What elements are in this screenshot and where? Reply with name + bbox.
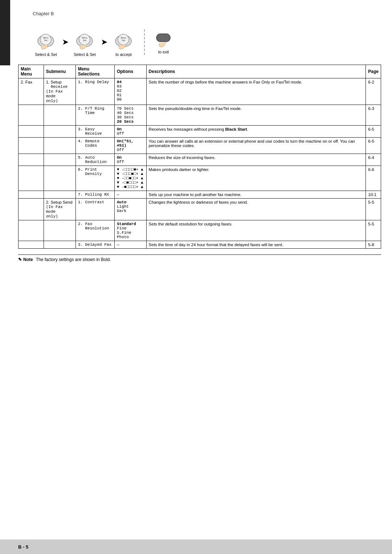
cell-page: 5-8 xyxy=(366,241,381,249)
col-header-page: Page xyxy=(366,65,381,78)
cell-submenu: 2. Setup Send(In Fax modeonly) xyxy=(44,199,75,220)
cell-options: ▼ -□□□□■+ ▲▼ -□□□■□+ ▲▼ -□□■□□+ ▲▼ -□■□□… xyxy=(114,166,146,191)
note-section: ✎ Note The factory settings are shown in… xyxy=(18,254,381,262)
cell-main-menu xyxy=(19,154,44,166)
cell-description: Makes printouts darker or lighter. xyxy=(146,166,366,191)
table-row: 2. Fax ResolutionStandardFineS.FinePhoto… xyxy=(19,220,381,241)
table-row: 4. Remote CodesOn(*51, #51)OffYou can an… xyxy=(19,138,381,154)
cell-description: You can answer all calls at an extension… xyxy=(146,138,366,154)
cell-main-menu xyxy=(19,138,44,154)
cell-main-menu xyxy=(19,191,44,199)
chapter-heading: Chapter B xyxy=(33,11,381,16)
table-row: 3. Delayed Fax—Sets the time of day in 2… xyxy=(19,241,381,249)
cell-options: — xyxy=(114,191,146,199)
cell-menu-selection: 2. Fax Resolution xyxy=(75,220,114,241)
cell-description: Sets the time of day in 24 hour format t… xyxy=(146,241,366,249)
cell-options: 0403020100 xyxy=(114,78,146,105)
table-row: 5. Auto ReductionOnOffReduces the size o… xyxy=(19,154,381,166)
note-label: Note xyxy=(23,257,33,262)
cell-page: 6-5 xyxy=(366,138,381,154)
footer: B - 5 xyxy=(0,539,392,554)
menu-set-button-icon-2: Menu Set xyxy=(73,27,97,51)
cell-options: OnOff xyxy=(114,126,146,138)
table-row: 7. Polling RX—Sets up your machine to po… xyxy=(19,191,381,199)
nav-step-1: Menu Set Select & Set xyxy=(34,27,58,57)
cell-main-menu xyxy=(19,199,44,220)
left-tab xyxy=(0,0,10,65)
svg-rect-12 xyxy=(156,34,170,42)
cell-options: — xyxy=(114,241,146,249)
cell-menu-selection: 6. Print Density xyxy=(75,166,114,191)
cell-menu-selection: 7. Polling RX xyxy=(75,191,114,199)
menu-table: Main Menu Submenu Menu Selections Option… xyxy=(18,65,381,249)
note-text: The factory settings are shown in Bold. xyxy=(36,257,111,262)
cell-main-menu xyxy=(19,220,44,241)
cell-submenu xyxy=(44,126,75,138)
svg-text:Set: Set xyxy=(83,39,86,41)
nav-step-2: Menu Set Select & Set xyxy=(73,27,97,57)
svg-text:Menu: Menu xyxy=(121,37,126,39)
cell-menu-selection: 2. F/T Ring Time xyxy=(75,105,114,126)
cell-menu-selection: 3. Easy Receive xyxy=(75,126,114,138)
cell-page: 5-5 xyxy=(366,199,381,220)
col-header-descriptions: Descriptions xyxy=(146,65,366,78)
cell-menu-selection: 5. Auto Reduction xyxy=(75,154,114,166)
menu-set-button-icon-1: Menu Set xyxy=(34,27,58,51)
cell-page: 6-2 xyxy=(366,78,381,105)
svg-text:Set: Set xyxy=(122,39,125,41)
nav-step-4: to exit xyxy=(154,30,173,54)
cell-page: 5-5 xyxy=(366,220,381,241)
cell-submenu xyxy=(44,105,75,126)
cell-main-menu xyxy=(19,166,44,191)
nav-label-4: to exit xyxy=(158,50,169,54)
note-pencil-icon: ✎ xyxy=(18,257,22,262)
table-row: 2. F/T Ring Time70 Secs40 Secs30 Secs20 … xyxy=(19,105,381,126)
cell-page: 6-6 xyxy=(366,166,381,191)
exit-button-icon xyxy=(154,30,173,48)
cell-main-menu xyxy=(19,241,44,249)
menu-set-button-icon-3: Menu Set xyxy=(112,27,135,51)
nav-step-3: Menu Set to accept xyxy=(112,27,135,57)
page-number: B - 5 xyxy=(18,544,28,550)
cell-menu-selection: 1. Contrast xyxy=(75,199,114,220)
note-body: The factory settings are shown in Bold. xyxy=(36,257,111,262)
cell-options: On(*51, #51)Off xyxy=(114,138,146,154)
arrow-2: ➤ xyxy=(101,37,107,47)
cell-main-menu xyxy=(19,126,44,138)
cell-options: StandardFineS.FinePhoto xyxy=(114,220,146,241)
cell-description: Changes the lightness or darkness of fax… xyxy=(146,199,366,220)
cell-submenu xyxy=(44,154,75,166)
col-header-submenu: Submenu xyxy=(44,65,75,78)
cell-description: Receives fax messages without pressing B… xyxy=(146,126,366,138)
cell-description: Reduces the size of incoming faxes. xyxy=(146,154,366,166)
cell-description: Sets the pseudo/double-ring time in Fax/… xyxy=(146,105,366,126)
cell-page: 10-1 xyxy=(366,191,381,199)
cell-main-menu xyxy=(19,105,44,126)
note-icon: ✎ Note xyxy=(18,257,33,262)
cell-submenu: 1. Setup Receive(In Fax modeonly) xyxy=(44,78,75,105)
cell-description: Sets up your machine to poll another fax… xyxy=(146,191,366,199)
table-row: 3. Easy ReceiveOnOffReceives fax message… xyxy=(19,126,381,138)
cell-page: 6-4 xyxy=(366,154,381,166)
table-row: 2. Fax1. Setup Receive(In Fax modeonly)1… xyxy=(19,78,381,105)
arrow-1: ➤ xyxy=(62,37,69,47)
cell-submenu xyxy=(44,191,75,199)
cell-description: Sets the number of rings before the mach… xyxy=(146,78,366,105)
cell-submenu xyxy=(44,241,75,249)
cell-options: AutoLightDark xyxy=(114,199,146,220)
cell-page: 6-5 xyxy=(366,126,381,138)
cell-page: 6-3 xyxy=(366,105,381,126)
cell-menu-selection: 1. Ring Delay xyxy=(75,78,114,105)
dashed-separator xyxy=(144,29,145,55)
col-header-main-menu: Main Menu xyxy=(19,65,44,78)
cell-submenu xyxy=(44,166,75,191)
svg-text:Menu: Menu xyxy=(43,37,48,39)
svg-text:Menu: Menu xyxy=(82,37,87,39)
table-row: 2. Setup Send(In Fax modeonly)1. Contras… xyxy=(19,199,381,220)
table-row: 6. Print Density▼ -□□□□■+ ▲▼ -□□□■□+ ▲▼ … xyxy=(19,166,381,191)
cell-description: Sets the default resolution for outgoing… xyxy=(146,220,366,241)
cell-options: 70 Secs40 Secs30 Secs20 Secs xyxy=(114,105,146,126)
svg-text:Set: Set xyxy=(44,39,47,41)
cell-submenu xyxy=(44,138,75,154)
col-header-menu-selections: Menu Selections xyxy=(75,65,114,78)
